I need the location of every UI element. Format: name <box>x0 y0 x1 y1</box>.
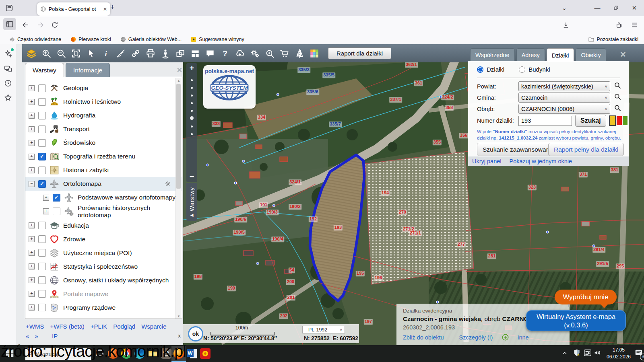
virtual-assistant-button[interactable]: Wirtualny Asystent e-mapa (v.0.3.6) <box>526 310 626 331</box>
expand-icon[interactable]: + <box>29 291 35 297</box>
footer-link[interactable]: +WFS (beta) <box>50 323 84 330</box>
layer-row[interactable]: +Transport <box>25 122 182 136</box>
settings-icon[interactable] <box>247 46 262 61</box>
radio-budynki-label[interactable]: Budynki <box>528 66 550 73</box>
bookmark-item[interactable]: Często odwiedzane <box>9 36 61 43</box>
zoom-slider[interactable] <box>191 125 193 128</box>
layer-row[interactable]: +Edukacja <box>25 219 182 232</box>
layer-checkbox[interactable] <box>53 208 60 215</box>
other-bookmarks[interactable]: Pozostałe zakładki <box>588 36 638 43</box>
radio-budynki[interactable] <box>519 66 525 73</box>
panel-tab-informacje[interactable]: Informacje <box>66 63 110 77</box>
search-tab-adresy[interactable]: Adresy <box>516 48 545 62</box>
tab-list-chevron-icon[interactable]: ⌄ <box>557 0 572 16</box>
layer-row[interactable]: +Rolnictwo i leśnictwo <box>25 95 182 109</box>
expand-icon[interactable]: + <box>29 113 35 119</box>
footer-link[interactable]: +PLIK <box>91 323 107 330</box>
window-close-button[interactable]: ✕ <box>627 0 642 16</box>
expand-icon[interactable]: + <box>43 208 49 214</box>
new-tab-button[interactable]: + <box>110 3 115 12</box>
zoom-to-object-link[interactable]: Zbliż do obiektu <box>403 334 444 341</box>
crs-select[interactable]: PL-1992 ˅ <box>302 326 345 333</box>
layer-row[interactable]: +Środowisko <box>25 136 182 150</box>
bookmark-item[interactable]: Pierwsze kroki <box>70 36 111 43</box>
hide-panel-link[interactable]: Ukryj panel <box>472 158 502 165</box>
zoom-slider[interactable] <box>191 102 193 104</box>
add-plus-icon[interactable] <box>502 333 509 341</box>
expand-icon[interactable]: + <box>29 99 35 105</box>
layer-tree-scrollbar[interactable]: ▴ ▾ <box>175 78 182 319</box>
back-button[interactable] <box>20 19 31 31</box>
layer-row[interactable]: +Historia i zabytki <box>25 163 182 177</box>
search-tab-działki[interactable]: Działki <box>547 48 574 62</box>
bookmark-item[interactable]: Galeria obiektów Web... <box>120 36 182 43</box>
link-icon[interactable] <box>128 46 143 61</box>
swatch-red[interactable] <box>617 116 622 125</box>
bookmark-item[interactable]: Sugerowane witryny <box>190 36 244 43</box>
layer-checkbox[interactable] <box>38 276 46 284</box>
expand-icon[interactable]: + <box>29 167 35 173</box>
layer-checkbox[interactable] <box>38 235 46 243</box>
collapse-layers-tab[interactable]: Warstwy ◀ <box>186 183 197 221</box>
pointer-icon[interactable] <box>83 46 98 61</box>
field-select[interactable]: Czarnocin˅ <box>518 93 610 103</box>
swatch-yellow[interactable] <box>609 115 616 126</box>
zoom-in-icon[interactable] <box>39 46 54 61</box>
scrollbar-thumb[interactable] <box>176 84 181 189</box>
layer-row[interactable]: +Porównanie historycznych ortofotomap <box>25 204 182 219</box>
expand-icon[interactable]: + <box>29 140 35 146</box>
window-minimize-button[interactable]: — <box>590 0 605 16</box>
palette-icon[interactable] <box>307 46 322 61</box>
layer-checkbox[interactable]: ✓ <box>38 153 46 160</box>
panel-tab-warstwy[interactable]: Warstwy <box>25 63 64 77</box>
mirror-icon[interactable] <box>292 46 307 61</box>
expand-icon[interactable]: + <box>29 222 35 228</box>
tray-settings-icon[interactable] <box>583 348 594 359</box>
expand-icon[interactable]: + <box>29 236 35 242</box>
report-dzialka-button[interactable]: Raport dla działki <box>328 47 391 59</box>
irfanview-icon[interactable] <box>200 348 211 359</box>
zoom-slider[interactable] <box>191 87 193 89</box>
layer-checkbox[interactable] <box>38 98 46 106</box>
cart-icon[interactable] <box>277 46 292 61</box>
expand-icon[interactable]: + <box>29 263 35 269</box>
footer-link[interactable]: Wsparcie <box>141 323 167 330</box>
firefox-view-icon[interactable] <box>5 4 14 14</box>
history-clock-icon[interactable] <box>4 79 12 88</box>
security-shield-icon[interactable]: ! <box>572 348 583 359</box>
search-magnifier-icon[interactable] <box>614 104 621 113</box>
expand-icon[interactable]: + <box>29 126 35 132</box>
swatch-green[interactable] <box>623 116 627 125</box>
browser-tab[interactable]: Polska - Geoportal otwartych da ✕ <box>37 2 110 16</box>
radio-dzialki-label[interactable]: Działki <box>487 66 504 73</box>
zoom-slider[interactable] <box>191 95 193 97</box>
search-panel-close-icon[interactable]: ✕ <box>620 50 626 59</box>
search-magnifier-icon[interactable] <box>614 93 621 102</box>
window-restore-button[interactable] <box>609 0 623 16</box>
layer-settings-gear-icon[interactable] <box>164 180 171 187</box>
layout-icon[interactable] <box>188 46 202 61</box>
layer-row[interactable]: +✓Topografia i rzeźba terenu <box>25 150 182 163</box>
ip-link[interactable]: IP <box>52 333 58 339</box>
ai-chat-sparkle-icon[interactable] <box>4 49 12 58</box>
layer-row[interactable]: −✓Ortofotomapa <box>25 177 182 191</box>
layer-checkbox[interactable] <box>38 112 46 119</box>
radio-dzialki[interactable] <box>477 66 483 73</box>
layer-checkbox[interactable] <box>38 125 46 133</box>
layer-checkbox[interactable]: ✓ <box>53 194 60 202</box>
zoom-out-button[interactable]: − <box>186 172 197 182</box>
layer-row[interactable]: +Programy rządowe <box>25 301 182 315</box>
zoom-slider[interactable] <box>191 110 193 112</box>
search-object-icon[interactable] <box>262 46 277 61</box>
expand-icon[interactable]: + <box>29 154 35 160</box>
one-window-link[interactable]: Pokazuj w jednym oknie <box>510 158 572 165</box>
zoom-slider[interactable] <box>191 79 193 81</box>
expand-icon[interactable]: + <box>43 195 49 201</box>
panel-close-x[interactable]: x <box>178 333 181 339</box>
reload-button[interactable] <box>49 19 60 31</box>
expand-icon[interactable]: + <box>29 304 35 311</box>
street-view-icon[interactable] <box>158 46 173 61</box>
full-report-button[interactable]: Raport pełny dla działki <box>548 143 624 156</box>
bookmarks-star-icon[interactable] <box>4 93 12 102</box>
layer-row[interactable]: +Osnowy, siatki i układy współrzędnych <box>25 274 182 287</box>
